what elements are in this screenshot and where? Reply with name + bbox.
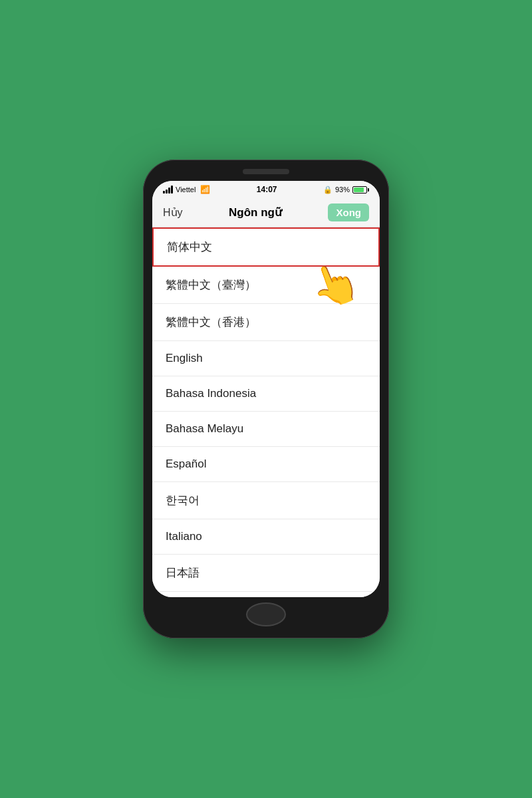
language-item-bahasa-indonesia[interactable]: Bahasa Indonesia: [152, 376, 380, 412]
language-item-simplified-chinese[interactable]: 简体中文: [152, 227, 380, 267]
language-item-traditional-chinese-taiwan[interactable]: 繁體中文（臺灣）: [152, 267, 380, 304]
language-item-korean[interactable]: 한국어: [152, 482, 380, 519]
page-title: Ngôn ngữ: [229, 205, 282, 219]
cancel-button[interactable]: Hủy: [163, 206, 183, 219]
done-button[interactable]: Xong: [328, 203, 369, 221]
signal-bar-2: [166, 190, 168, 194]
language-item-english[interactable]: English: [152, 341, 380, 376]
battery-fill: [354, 188, 364, 192]
battery-tip: [368, 188, 369, 192]
language-list: 👆 简体中文繁體中文（臺灣）繁體中文（香港）EnglishBahasa Indo…: [152, 227, 380, 597]
battery-body: [352, 186, 367, 194]
home-button[interactable]: [246, 602, 286, 626]
phone-device: Viettel 📶 14:07 🔒 93% Hủy Ngôn ngữ Xong: [143, 160, 389, 638]
signal-bar-3: [168, 188, 170, 194]
language-item-italiano[interactable]: Italiano: [152, 519, 380, 555]
lock-icon: 🔒: [323, 186, 332, 194]
language-item-espanol[interactable]: Español: [152, 447, 380, 482]
language-item-portuguese[interactable]: Português: [152, 592, 380, 597]
phone-screen: Viettel 📶 14:07 🔒 93% Hủy Ngôn ngữ Xong: [152, 181, 380, 597]
language-item-japanese[interactable]: 日本語: [152, 555, 380, 592]
signal-bars-icon: [163, 186, 173, 194]
phone-speaker: [243, 169, 289, 174]
battery-icon: [352, 186, 369, 194]
language-items-container: 简体中文繁體中文（臺灣）繁體中文（香港）EnglishBahasa Indone…: [152, 227, 380, 597]
status-time: 14:07: [257, 185, 277, 194]
signal-bar-4: [171, 186, 173, 194]
language-item-bahasa-melayu[interactable]: Bahasa Melayu: [152, 412, 380, 447]
battery-percent: 93%: [335, 186, 350, 194]
signal-bar-1: [163, 191, 165, 194]
carrier-label: Viettel: [176, 186, 196, 194]
status-right: 🔒 93%: [323, 186, 369, 194]
status-bar: Viettel 📶 14:07 🔒 93%: [152, 181, 380, 198]
wifi-icon: 📶: [200, 185, 210, 194]
language-item-traditional-chinese-hk[interactable]: 繁體中文（香港）: [152, 304, 380, 341]
status-left: Viettel 📶: [163, 185, 210, 194]
nav-bar: Hủy Ngôn ngữ Xong: [152, 198, 380, 227]
